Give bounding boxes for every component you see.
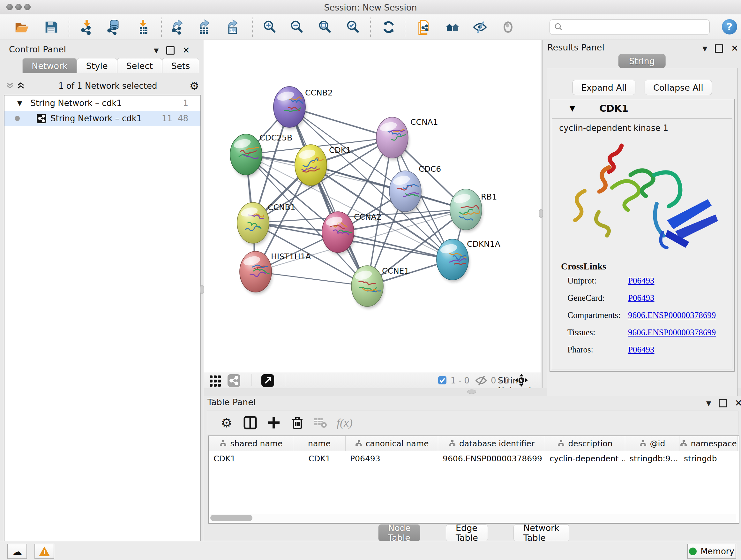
table-row[interactable]: CDK1CDK1P064939606.ENSP00000378699cyclin… xyxy=(209,451,739,466)
column-header-databaseidentifier[interactable]: database identifier xyxy=(438,436,545,451)
function-builder-icon[interactable]: f(x) xyxy=(336,414,353,431)
table-cell[interactable]: cyclin-dependent ... xyxy=(545,451,625,466)
table-horizontal-scrollbar[interactable] xyxy=(210,514,736,522)
graph-node-CCNB1[interactable] xyxy=(237,202,270,245)
table-cell[interactable]: CDK1 xyxy=(293,451,346,466)
tab-string[interactable]: String xyxy=(618,54,666,68)
float-panel-icon[interactable] xyxy=(719,399,727,408)
gene-section-header[interactable]: ▼ CDK1 xyxy=(550,99,734,117)
collection-expand-icon[interactable]: ▼ xyxy=(17,99,22,107)
add-column-icon[interactable] xyxy=(265,414,282,431)
help-icon[interactable]: ? xyxy=(722,19,737,35)
graph-node-CCNB2[interactable] xyxy=(273,86,306,129)
tab-style[interactable]: Style xyxy=(77,58,117,73)
network-canvas[interactable]: CCNB2CCNA1CDC25BCDK1CDC6RB1CCNB1CCNA2CDK… xyxy=(204,40,541,372)
cloud-status-button[interactable]: ☁ xyxy=(7,544,27,559)
expand-all-button[interactable]: Expand All xyxy=(572,80,635,95)
crosslink-link[interactable]: P06493 xyxy=(628,345,655,354)
graph-node-CCNA1[interactable] xyxy=(376,117,411,160)
vertical-splitter-handle[interactable] xyxy=(200,285,204,294)
close-panel-icon[interactable]: ✕ xyxy=(735,398,741,408)
panel-menu-icon[interactable]: ▼ xyxy=(154,47,158,54)
tab-select[interactable]: Select xyxy=(117,58,162,73)
column-header-id[interactable]: @id xyxy=(625,436,679,451)
column-header-sharedname[interactable]: shared name xyxy=(209,436,293,451)
tab-node-table[interactable]: Node Table xyxy=(378,524,420,542)
export-network-icon[interactable] xyxy=(169,19,186,36)
float-panel-icon[interactable] xyxy=(166,46,175,55)
search-input[interactable] xyxy=(565,22,710,32)
section-collapse-icon[interactable]: ▼ xyxy=(569,105,575,112)
refresh-icon[interactable] xyxy=(381,19,397,36)
import-database-icon[interactable] xyxy=(105,19,122,36)
network-overview-icon[interactable] xyxy=(227,374,241,388)
zoom-fit-icon[interactable] xyxy=(317,19,333,36)
network-collection-row[interactable]: ▼ String Network – cdk1 1 xyxy=(4,96,200,111)
scrollbar-thumb[interactable] xyxy=(210,515,253,521)
first-neighbors-icon[interactable] xyxy=(444,19,461,36)
node-table[interactable]: shared namenamecanonical namedatabase id… xyxy=(208,435,739,523)
tab-network-table[interactable]: Network Table xyxy=(514,524,569,542)
column-header-canonicalname[interactable]: canonical name xyxy=(346,436,438,451)
table-settings-gear-icon[interactable]: ⚙ xyxy=(218,414,235,431)
clone-network-icon[interactable] xyxy=(416,19,433,36)
collapse-all-icon[interactable] xyxy=(4,81,15,91)
birds-eye-view-icon[interactable] xyxy=(209,374,222,388)
float-panel-icon[interactable] xyxy=(715,44,723,53)
expand-all-icon[interactable] xyxy=(15,81,26,91)
memory-button[interactable]: Memory xyxy=(687,544,736,559)
network-row[interactable]: String Network – cdk1 11 48 xyxy=(4,111,200,126)
table-cell[interactable]: stringdb:9... xyxy=(625,451,679,466)
column-header-namespace[interactable]: namespace xyxy=(679,436,738,451)
show-columns-icon[interactable] xyxy=(242,414,259,431)
close-panel-icon[interactable]: ✕ xyxy=(731,43,738,54)
hidden-eye-icon[interactable] xyxy=(475,375,488,388)
pan-crosshair-icon[interactable] xyxy=(515,373,529,388)
crosslink-link[interactable]: 9606.ENSP00000378699 xyxy=(628,327,716,337)
export-image-icon[interactable] xyxy=(224,19,241,36)
show-all-icon[interactable] xyxy=(500,19,516,36)
zoom-out-icon[interactable] xyxy=(288,19,305,36)
import-table-icon[interactable] xyxy=(135,19,151,36)
crosslink-link[interactable]: 9606.ENSP00000378699 xyxy=(628,310,716,320)
crosslink-link[interactable]: P06493 xyxy=(628,276,655,286)
panel-menu-icon[interactable]: ▼ xyxy=(706,399,711,407)
delete-table-icon[interactable] xyxy=(312,414,329,431)
save-session-icon[interactable] xyxy=(43,19,59,36)
tab-sets[interactable]: Sets xyxy=(162,58,199,73)
export-table-icon[interactable] xyxy=(196,19,212,36)
network-graph[interactable]: CCNB2CCNA1CDC25BCDK1CDC6RB1CCNB1CCNA2CDK… xyxy=(204,40,541,372)
search-box[interactable] xyxy=(549,19,710,35)
tab-network[interactable]: Network xyxy=(22,58,77,73)
graph-node-CDC6[interactable] xyxy=(389,171,422,213)
crosslink-link[interactable]: P06493 xyxy=(628,293,655,303)
collapse-all-button[interactable]: Collapse All xyxy=(645,80,712,95)
graph-node-CDKN1A[interactable] xyxy=(436,239,472,282)
table-cell[interactable]: CDK1 xyxy=(209,451,293,466)
import-network-icon[interactable] xyxy=(78,19,95,36)
zoom-in-icon[interactable] xyxy=(261,19,278,36)
zoom-selected-icon[interactable] xyxy=(345,19,361,36)
open-in-new-window-icon[interactable] xyxy=(261,374,274,388)
tab-edge-table[interactable]: Edge Table xyxy=(446,524,488,542)
open-session-icon[interactable] xyxy=(13,19,30,36)
column-header-description[interactable]: description xyxy=(545,436,625,451)
close-panel-icon[interactable]: ✕ xyxy=(182,45,190,56)
network-options-gear-icon[interactable]: ⚙ xyxy=(190,79,199,92)
warnings-button[interactable]: ! xyxy=(35,544,54,559)
delete-column-icon[interactable] xyxy=(289,414,306,431)
panel-menu-icon[interactable]: ▼ xyxy=(702,45,707,52)
horizontal-splitter-handle[interactable] xyxy=(467,389,476,394)
graph-node-CCNA2[interactable] xyxy=(322,212,355,254)
table-cell[interactable]: stringdb xyxy=(679,451,738,466)
hide-selected-icon[interactable] xyxy=(472,19,488,36)
graph-node-CDC25B[interactable] xyxy=(230,134,263,177)
table-cell[interactable]: P06493 xyxy=(346,451,438,466)
selected-checkbox-icon[interactable] xyxy=(438,376,447,386)
graph-node-HIST1H1A[interactable] xyxy=(240,251,272,294)
graph-node-RB1[interactable] xyxy=(450,189,482,232)
graph-node-CCNE1[interactable] xyxy=(351,266,384,308)
graph-node-CDK1[interactable] xyxy=(295,145,327,187)
column-header-name[interactable]: name xyxy=(293,436,346,451)
table-cell[interactable]: 9606.ENSP00000378699 xyxy=(438,451,545,466)
